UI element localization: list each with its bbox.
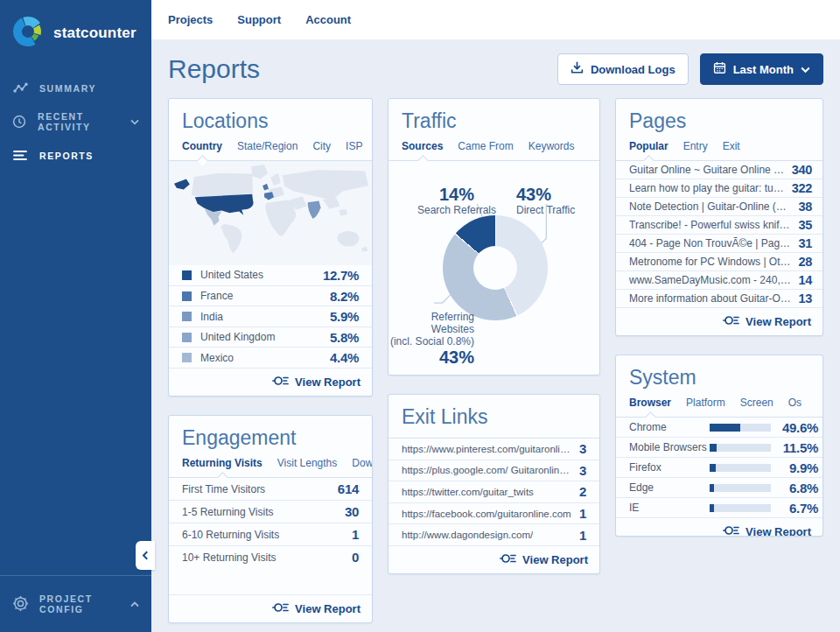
- locations-card: Locations Country State/Region City ISP: [168, 98, 373, 397]
- traffic-tabs: Sources Came From Keywords: [388, 140, 599, 161]
- reports-list-icon: [12, 150, 28, 161]
- table-row: France 8.2%: [169, 286, 372, 307]
- page-title-label: Note Detection | Guitar-Online (https:..…: [629, 200, 791, 213]
- download-logs-button[interactable]: Download Logs: [557, 53, 689, 85]
- exit-link-label: https://plus.google.com/ GuitaronlineC..…: [402, 465, 572, 475]
- tab-isp[interactable]: ISP: [346, 140, 362, 152]
- table-row: Mexico 4.4%: [169, 348, 372, 369]
- card-title: Exit Links: [402, 405, 586, 429]
- traffic-card: Traffic Sources Came From Keywords: [388, 98, 600, 376]
- tab-popular[interactable]: Popular: [629, 140, 668, 152]
- sidebar-item-recent-activity[interactable]: RECENT ACTIVITY: [0, 102, 151, 141]
- table-row: United Kingdom 5.8%: [169, 327, 372, 348]
- table-row: 6-10 Returning Visits1: [169, 523, 372, 546]
- statcounter-logo-icon: [10, 14, 46, 53]
- pages-tabs: Popular Entry Exit: [616, 140, 822, 161]
- bar-fill: [710, 464, 716, 472]
- page-count: 322: [792, 181, 812, 195]
- pct-value: 43%: [516, 185, 595, 205]
- tab-state-region[interactable]: State/Region: [237, 140, 298, 152]
- tab-screen[interactable]: Screen: [740, 397, 774, 409]
- view-report-link[interactable]: View Report: [388, 546, 599, 573]
- legend-swatch: [182, 291, 192, 301]
- bar-track: [710, 504, 771, 512]
- chevron-down-icon: [130, 116, 139, 127]
- tab-exit[interactable]: Exit: [723, 140, 740, 152]
- table-row: Metronome for PC Windows | Other ...28: [616, 253, 822, 271]
- table-row: IE6.7%: [616, 498, 822, 518]
- page-title-label: Learn how to play the guitar: tutorial..…: [629, 182, 785, 194]
- tab-entry[interactable]: Entry: [683, 140, 708, 152]
- tab-city[interactable]: City: [312, 140, 331, 152]
- tab-platform[interactable]: Platform: [686, 397, 725, 409]
- country-label: United Kingdom: [200, 331, 275, 343]
- topnav-link-support[interactable]: Support: [237, 13, 281, 26]
- browser-value: 6.8%: [778, 481, 818, 495]
- sidebar-collapse-button[interactable]: [136, 541, 155, 570]
- view-report-link[interactable]: View Report: [169, 594, 372, 622]
- sidebar-item-reports[interactable]: REPORTS: [0, 141, 151, 170]
- chevron-down-icon: [801, 63, 810, 76]
- tab-visit-lengths[interactable]: Visit Lengths: [277, 457, 338, 469]
- brand[interactable]: statcounter: [0, 0, 151, 74]
- tab-browser[interactable]: Browser: [629, 397, 671, 409]
- page-title-label: 404 - Page Non TrouvÃ©e | Page Not ...: [629, 237, 791, 249]
- table-row: Note Detection | Guitar-Online (https:..…: [616, 198, 822, 216]
- page-count: 38: [798, 200, 812, 214]
- tab-returning-visits[interactable]: Returning Visits: [182, 457, 262, 469]
- tab-keywords[interactable]: Keywords: [528, 140, 575, 152]
- topnav-link-account[interactable]: Account: [305, 13, 351, 26]
- tab-downloads[interactable]: Downloads: [352, 457, 373, 469]
- view-report-link[interactable]: View Report: [616, 518, 822, 537]
- metric-label: 1-5 Returning Visits: [182, 506, 274, 518]
- page-title-label: Metronome for PC Windows | Other ...: [629, 256, 791, 268]
- segment-name: Direct Traffic: [516, 205, 595, 217]
- metric-value: 614: [338, 481, 359, 496]
- bar-track: [710, 464, 771, 472]
- clock-icon: [12, 115, 26, 129]
- page-title: Reports: [168, 54, 260, 84]
- legend-swatch: [182, 333, 192, 342]
- card-title: Pages: [629, 109, 809, 133]
- exit-link-count: 2: [579, 484, 586, 499]
- bar-track: [710, 444, 771, 452]
- page-count: 14: [798, 273, 812, 287]
- view-report-label: View Report: [295, 602, 360, 615]
- browser-label: Edge: [629, 481, 710, 494]
- view-report-icon: [272, 601, 289, 616]
- sidebar: statcounter SUMMARY RECEN: [0, 0, 151, 632]
- view-report-link[interactable]: View Report: [616, 308, 822, 335]
- view-report-icon: [272, 375, 289, 390]
- topnav-link-projects[interactable]: Projects: [168, 13, 213, 26]
- view-report-link[interactable]: View Report: [169, 369, 372, 396]
- system-tabs: Browser Platform Screen Os: [616, 397, 822, 418]
- tab-came-from[interactable]: Came From: [458, 140, 513, 152]
- bar-fill: [710, 484, 714, 492]
- exit-link-label: https://twitter.com/guitar_twits: [402, 487, 534, 497]
- table-row: Transcribe! - Powerful swiss knife for .…: [616, 216, 822, 235]
- tab-sources[interactable]: Sources: [402, 140, 443, 152]
- spacer: [169, 568, 372, 594]
- table-row: Edge6.8%: [616, 478, 822, 498]
- exit-link-label: https://facebook.com/guitaronline.com: [402, 509, 571, 519]
- metric-value: 1: [352, 527, 359, 542]
- chevron-up-icon: [130, 599, 139, 609]
- view-report-label: View Report: [522, 553, 588, 566]
- donut-label-search: 14% Search Referrals: [401, 185, 513, 217]
- metric-value: 0: [352, 550, 359, 565]
- period-dropdown[interactable]: Last Month: [700, 53, 823, 85]
- page-count: 13: [798, 291, 812, 305]
- engagement-tabs: Returning Visits Visit Lengths Downloads: [169, 457, 372, 478]
- engagement-card: Engagement Returning Visits Visit Length…: [168, 415, 373, 623]
- sidebar-item-summary[interactable]: SUMMARY: [0, 74, 151, 102]
- table-row: www.SameDayMusic.com - 240,000+ it...14: [616, 271, 822, 290]
- view-report-icon: [500, 552, 516, 567]
- tab-country[interactable]: Country: [182, 140, 222, 152]
- sidebar-item-label: REPORTS: [39, 151, 94, 161]
- donut-label-direct: 43% Direct Traffic: [516, 185, 595, 217]
- gear-icon: [12, 595, 29, 614]
- card-title: Engagement: [182, 426, 359, 450]
- pages-card: Pages Popular Entry Exit Guitar Online ~…: [615, 98, 823, 336]
- tab-os[interactable]: Os: [788, 397, 802, 409]
- project-config-button[interactable]: PROJECT CONFIG: [0, 575, 151, 632]
